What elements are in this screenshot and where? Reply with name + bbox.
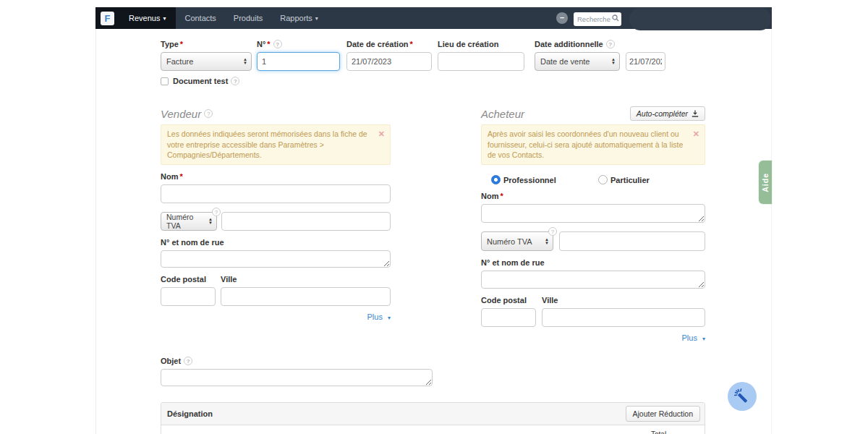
close-icon[interactable]: ✕	[378, 129, 385, 140]
vendeur-rue-field: N° et nom de rue	[161, 238, 391, 268]
nav-item-contacts[interactable]: Contacts	[176, 7, 224, 29]
document-test-checkbox[interactable]	[161, 77, 169, 85]
nav-item-rapports[interactable]: Rapports ▾	[271, 7, 327, 29]
field-label: Nom	[481, 192, 498, 200]
field-label: Ville	[221, 275, 237, 284]
nav-item-label: Contacts	[184, 14, 216, 22]
vendeur-title: Vendeur	[161, 108, 201, 120]
select-arrows-icon: ▲▼	[542, 238, 549, 245]
field-date-additionnelle: Date additionnelle? Date de vente ▲▼	[535, 40, 620, 71]
nav-item-produits[interactable]: Produits	[225, 7, 271, 29]
download-icon	[692, 110, 699, 117]
acheteur-plus-link[interactable]: Plus ▾	[682, 333, 705, 342]
required-asterisk: *	[179, 172, 182, 181]
ajouter-reduction-button[interactable]: Ajouter Réduction	[626, 406, 700, 422]
objet-textarea[interactable]	[161, 369, 433, 386]
acheteur-rue-textarea[interactable]	[481, 271, 705, 289]
vendeur-tva-input[interactable]	[221, 212, 391, 231]
acheteur-nom-field: Nom*	[481, 192, 705, 223]
select-arrows-icon: ▲▼	[240, 58, 247, 65]
acheteur-cp-ville-row: Code postal Ville	[481, 296, 705, 327]
help-icon[interactable]: ?	[606, 40, 615, 48]
vendeur-ville-input[interactable]	[221, 287, 391, 306]
nav-item-revenus[interactable]: Revenus ▾	[120, 14, 174, 22]
close-icon[interactable]: ✕	[693, 129, 699, 140]
date-additionnelle-select[interactable]: Date de vente ▲▼	[535, 52, 620, 71]
designation-panel: Désignation Ajouter Réduction Nom?* Réf.…	[161, 402, 705, 434]
selected-value: Numéro TVA	[487, 237, 532, 246]
magic-wand-button[interactable]	[728, 382, 757, 411]
field-label: Lieu de création	[438, 40, 498, 48]
field-label: N° et nom de rue	[481, 258, 545, 267]
acheteur-nom-textarea[interactable]	[481, 204, 705, 223]
designation-column-headers: Nom?* Réf.? Qté* Unité PU HT* TVA %? Tot…	[161, 425, 705, 434]
acheteur-tva-select[interactable]: Numéro TVA ▲▼ ?	[481, 231, 553, 251]
column-header-total-ttc: Total TTC*	[651, 430, 684, 434]
app-logo[interactable]: F	[101, 12, 114, 25]
acheteur-section: Acheteur Auto-compléter Après avoir sais…	[481, 107, 705, 342]
help-icon[interactable]: ?	[212, 208, 221, 216]
navbar-active-segment: F Revenus ▾	[95, 7, 176, 29]
acheteur-type-radios: Professionnel Particulier	[491, 175, 705, 184]
chevron-down-icon: ▾	[163, 15, 166, 22]
auto-completer-button[interactable]: Auto-compléter	[630, 106, 705, 121]
field-label: N°	[257, 40, 265, 48]
vendeur-tva-select[interactable]: Numéro TVA ▲▼ ?	[161, 212, 217, 231]
field-label: Type	[161, 40, 179, 48]
field-lieu-creation: Lieu de création	[438, 40, 524, 71]
lieu-creation-input[interactable]	[438, 52, 524, 71]
parties-section: Vendeur ? Les données indiquées seront m…	[161, 107, 705, 342]
select-arrows-icon: ▲▼	[608, 58, 616, 65]
field-date-creation: Date de création*	[346, 40, 432, 71]
designation-title: Désignation	[166, 409, 213, 418]
invoice-form: Type* Facture ▲▼ N°*? Date de création* …	[95, 29, 705, 434]
aide-tab[interactable]: Aide	[759, 161, 772, 204]
document-test-row: Document test ?	[161, 77, 705, 85]
vendeur-section: Vendeur ? Les données indiquées seront m…	[161, 107, 391, 342]
objet-field: Objet?	[161, 357, 433, 386]
radio-professionnel[interactable]: Professionnel	[491, 175, 598, 184]
acheteur-rue-field: N° et nom de rue	[481, 258, 705, 289]
checkbox-label: Document test	[173, 77, 228, 85]
vendeur-rue-textarea[interactable]	[161, 250, 391, 268]
numero-input[interactable]	[257, 52, 340, 71]
vendeur-nom-field: Nom*	[161, 172, 391, 203]
navbar-right-area: –	[556, 7, 621, 29]
radio-checked-icon	[491, 175, 501, 184]
vendeur-tva-row: Numéro TVA ▲▼ ?	[161, 212, 391, 231]
help-icon[interactable]: ?	[204, 109, 213, 118]
chevron-down-icon: ▾	[315, 15, 318, 22]
help-icon[interactable]: ?	[184, 357, 192, 365]
nav-item-label: Produits	[234, 14, 263, 22]
help-icon[interactable]: ?	[273, 40, 282, 48]
acheteur-code-postal-input[interactable]	[481, 308, 536, 327]
acheteur-tva-row: Numéro TVA ▲▼ ?	[481, 231, 705, 251]
document-header-fields: Type* Facture ▲▼ N°*? Date de création* …	[161, 40, 705, 71]
vendeur-code-postal-input[interactable]	[161, 287, 216, 306]
type-select[interactable]: Facture ▲▼	[161, 52, 252, 71]
app-window: F Revenus ▾ Contacts Produits Rapports ▾…	[95, 7, 772, 434]
acheteur-title: Acheteur	[481, 108, 524, 120]
search-box	[574, 12, 621, 25]
help-icon[interactable]: ?	[548, 227, 557, 236]
field-date-additionnelle-date	[626, 40, 665, 71]
acheteur-tva-input[interactable]	[559, 231, 705, 251]
field-label: Objet	[161, 357, 181, 365]
vendeur-plus-link[interactable]: Plus ▾	[367, 312, 391, 321]
field-label: Nom	[161, 172, 178, 181]
acheteur-ville-input[interactable]	[542, 308, 705, 327]
radio-unchecked-icon	[598, 175, 608, 184]
vendeur-cp-ville-row: Code postal Ville	[161, 275, 391, 306]
required-asterisk: *	[180, 40, 183, 48]
help-icon[interactable]: ?	[231, 77, 239, 85]
minus-icon[interactable]: –	[556, 12, 568, 24]
field-label: Code postal	[481, 296, 527, 305]
required-asterisk: *	[500, 192, 503, 200]
vendeur-nom-input[interactable]	[161, 184, 391, 203]
radio-particulier[interactable]: Particulier	[598, 175, 705, 184]
redacted-account-area	[629, 8, 771, 30]
window-right-edge	[771, 29, 772, 434]
date-additionnelle-input[interactable]	[626, 52, 665, 71]
selected-value: Date de vente	[540, 57, 590, 66]
date-creation-input[interactable]	[346, 52, 432, 71]
